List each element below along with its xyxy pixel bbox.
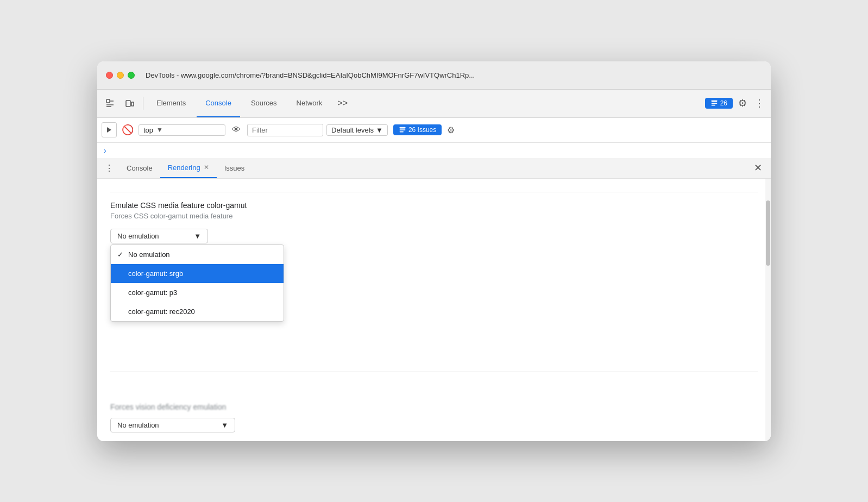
vision-dropdown-arrow: ▼ bbox=[221, 421, 228, 429]
expand-chevron[interactable]: › bbox=[97, 143, 771, 158]
vision-deficiency-section: Forces vision deficiency emulation No em… bbox=[110, 403, 758, 432]
svg-rect-8 bbox=[711, 105, 715, 106]
context-selector[interactable]: top ▼ bbox=[139, 124, 225, 136]
drawer-tab-rendering[interactable]: Rendering ✕ bbox=[160, 158, 217, 178]
tab-elements[interactable]: Elements bbox=[148, 89, 194, 117]
issues-badge-main[interactable]: 26 bbox=[705, 98, 733, 109]
vision-deficiency-dropdown[interactable]: No emulation ▼ bbox=[110, 418, 235, 432]
console-toolbar: 🚫 top ▼ 👁 Default levels ▼ 26 Issues ⚙ bbox=[97, 118, 771, 143]
issues-badge-console[interactable]: 26 Issues bbox=[393, 124, 442, 135]
svg-rect-11 bbox=[400, 129, 406, 130]
drawer-tab-issues[interactable]: Issues bbox=[217, 158, 253, 178]
svg-rect-6 bbox=[711, 101, 717, 102]
color-gamut-dropdown-menu: No emulation color-gamut: srgb color-gam… bbox=[110, 244, 284, 322]
svg-rect-0 bbox=[106, 99, 110, 103]
inspect-element-button[interactable] bbox=[102, 95, 119, 112]
svg-marker-9 bbox=[107, 127, 111, 133]
context-dropdown-arrow: ▼ bbox=[156, 126, 163, 134]
scrollbar-track[interactable] bbox=[765, 179, 771, 441]
dropdown-option-rec2020[interactable]: color-gamut: rec2020 bbox=[111, 302, 284, 321]
drawer-menu-button[interactable]: ⋮ bbox=[102, 161, 117, 175]
settings-button[interactable]: ⚙ bbox=[736, 95, 749, 111]
device-toolbar-button[interactable] bbox=[121, 95, 139, 112]
section-divider bbox=[110, 372, 758, 372]
svg-rect-10 bbox=[400, 127, 406, 129]
svg-rect-4 bbox=[126, 101, 130, 106]
tab-console[interactable]: Console bbox=[197, 89, 240, 117]
color-gamut-title: Emulate CSS media feature color-gamut bbox=[110, 201, 758, 210]
traffic-lights bbox=[106, 72, 135, 79]
maximize-button[interactable] bbox=[128, 72, 135, 79]
live-expressions-button[interactable]: 👁 bbox=[229, 122, 244, 137]
color-gamut-desc: Forces CSS color-gamut media feature bbox=[110, 212, 758, 220]
run-button[interactable] bbox=[102, 122, 117, 137]
svg-rect-7 bbox=[711, 103, 717, 104]
toolbar-separator-1 bbox=[143, 97, 143, 110]
filter-input[interactable] bbox=[247, 124, 323, 136]
default-levels-arrow: ▼ bbox=[376, 126, 383, 134]
drawer-close-button[interactable]: ✕ bbox=[750, 160, 766, 176]
scrollbar-thumb[interactable] bbox=[766, 200, 770, 266]
dropdown-option-srgb[interactable]: color-gamut: srgb bbox=[111, 264, 284, 283]
color-gamut-dropdown-arrow: ▼ bbox=[194, 232, 201, 240]
tab-network[interactable]: Network bbox=[288, 89, 331, 117]
close-rendering-tab[interactable]: ✕ bbox=[204, 164, 209, 171]
rendering-content: Emulate CSS media feature color-gamut Fo… bbox=[97, 179, 771, 441]
dropdown-option-no-emulation[interactable]: No emulation bbox=[111, 245, 284, 264]
clear-console-button[interactable]: 🚫 bbox=[120, 122, 135, 137]
titlebar: DevTools - www.google.com/chrome/?brand=… bbox=[97, 61, 771, 90]
color-gamut-dropdown-container: No emulation ▼ No emulation color-gamut:… bbox=[110, 229, 208, 243]
toolbar-right: 26 ⚙ ⋮ bbox=[705, 95, 766, 111]
tab-sources[interactable]: Sources bbox=[242, 89, 286, 117]
main-toolbar: Elements Console Sources Network >> 26 ⚙… bbox=[97, 90, 771, 118]
window-title: DevTools - www.google.com/chrome/?brand=… bbox=[146, 71, 475, 79]
color-gamut-selected-value: No emulation bbox=[117, 232, 159, 240]
close-button[interactable] bbox=[106, 72, 113, 79]
svg-rect-5 bbox=[131, 102, 134, 106]
dropdown-option-p3[interactable]: color-gamut: p3 bbox=[111, 283, 284, 302]
vision-deficiency-label: Forces vision deficiency emulation bbox=[110, 403, 758, 411]
console-settings-button[interactable]: ⚙ bbox=[445, 123, 457, 137]
more-tabs-button[interactable]: >> bbox=[333, 96, 352, 110]
default-levels-dropdown[interactable]: Default levels ▼ bbox=[326, 124, 388, 136]
drawer-tab-console[interactable]: Console bbox=[119, 158, 160, 178]
drawer-tabs: ⋮ Console Rendering ✕ Issues ✕ bbox=[97, 158, 771, 179]
devtools-window: DevTools - www.google.com/chrome/?brand=… bbox=[97, 61, 771, 441]
color-gamut-dropdown-trigger[interactable]: No emulation ▼ bbox=[110, 229, 208, 243]
more-options-button[interactable]: ⋮ bbox=[752, 95, 766, 111]
section-header: Emulate CSS media feature color-gamut Fo… bbox=[110, 192, 758, 243]
svg-rect-12 bbox=[400, 131, 404, 133]
minimize-button[interactable] bbox=[117, 72, 124, 79]
